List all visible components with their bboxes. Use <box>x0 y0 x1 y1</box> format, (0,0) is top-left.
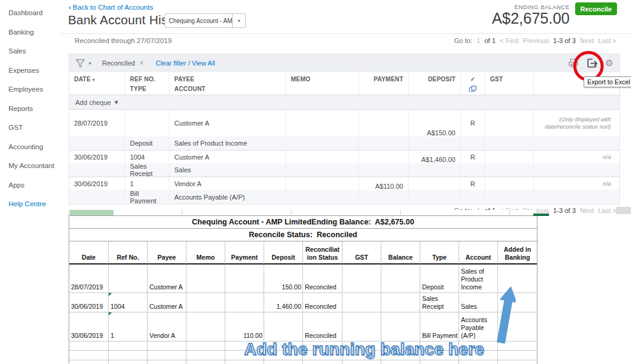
sheet-cell[interactable] <box>109 342 148 351</box>
sheet-cell[interactable] <box>343 360 381 364</box>
table-row-detail[interactable]: Deposit Sales of Product Income <box>69 136 619 150</box>
sheet-cell[interactable] <box>343 265 381 293</box>
sheet-cell[interactable] <box>264 312 303 342</box>
sidebar-item-gst[interactable]: GST <box>0 118 61 138</box>
back-link[interactable]: ‹Back to Chart of Accounts <box>69 4 153 11</box>
sheet-cell[interactable] <box>498 360 537 364</box>
sheet-header[interactable]: Added in Banking <box>498 241 537 265</box>
sheet-header[interactable]: Balance <box>381 241 420 265</box>
filter-caret-icon[interactable]: ▾ <box>89 61 91 66</box>
sheet-cell[interactable] <box>303 360 343 364</box>
sheet-cell[interactable] <box>186 265 225 293</box>
sheet-cell[interactable]: Customer A <box>148 265 186 293</box>
sheet-cell[interactable]: Vendor A <box>148 312 186 342</box>
sheet-header[interactable]: Account <box>459 241 498 265</box>
sheet-header[interactable]: Payment <box>225 241 264 265</box>
table-row[interactable]: 30/06/2019 1004 Customer A A$1,460.00 R … <box>69 150 619 163</box>
sheet-cell[interactable]: Customer A <box>148 293 186 312</box>
sheet-cell[interactable] <box>343 293 381 312</box>
gear-icon[interactable]: ⚙ <box>605 58 613 69</box>
sheet-cell[interactable] <box>381 312 420 342</box>
sheet-cell[interactable] <box>109 351 148 360</box>
sidebar-item-accounting[interactable]: Accounting <box>0 138 61 157</box>
sheet-cell[interactable]: Reconciled <box>303 312 343 342</box>
sheet-cell[interactable]: Bill Payment <box>420 312 459 342</box>
sheet-cell[interactable] <box>225 360 264 364</box>
sheet-cell[interactable] <box>343 312 381 342</box>
page-number[interactable]: 1 <box>477 37 480 44</box>
sidebar-item-apps[interactable]: Apps <box>0 176 61 195</box>
sheet-header[interactable]: GST <box>343 241 381 265</box>
sidebar-item-sales[interactable]: Sales <box>0 42 61 61</box>
account-selector[interactable]: Chequing Account - AMP Li ▾ <box>165 13 246 28</box>
sheet-cell[interactable] <box>459 360 498 364</box>
sheet-header[interactable]: Deposit <box>264 241 303 265</box>
sheet-cell[interactable] <box>381 293 420 312</box>
sheet-cell[interactable] <box>186 342 225 351</box>
sheet-header[interactable]: Type <box>420 241 459 265</box>
scrollbar-thumb[interactable] <box>616 207 631 214</box>
sheet-cell[interactable] <box>225 293 264 312</box>
sidebar-item-expenses[interactable]: Expenses <box>0 61 61 81</box>
sheet-cell[interactable]: Deposit <box>420 265 459 293</box>
sheet-cell[interactable] <box>381 360 420 364</box>
sheet-cell-number-as-text[interactable]: 1004 <box>109 293 148 312</box>
sheet-cell[interactable]: 30/06/2019 <box>69 293 109 312</box>
sheet-subtitle[interactable]: Reconcile Status: Reconciled <box>69 229 537 241</box>
sheet-header[interactable]: Memo <box>186 241 225 265</box>
last-page-button[interactable]: Last > <box>598 37 616 44</box>
clear-filter-link[interactable]: Clear filter / View All <box>155 59 215 67</box>
table-row[interactable]: 30/06/2019 1 Vendor A A$110.00 R n/a <box>69 177 619 190</box>
sheet-cell[interactable]: 110.00 <box>225 312 264 342</box>
sheet-cell[interactable] <box>109 360 148 364</box>
sidebar-item-dashboard[interactable]: Dashboard <box>0 4 61 23</box>
reconcile-button[interactable]: Reconcile <box>575 2 617 15</box>
sidebar-item-banking[interactable]: Banking <box>0 23 61 42</box>
sheet-cell-number-as-text[interactable]: 1 <box>109 312 148 342</box>
sheet-cell[interactable] <box>381 265 420 293</box>
sheet-cell[interactable] <box>148 342 186 351</box>
sheet-cell[interactable] <box>264 360 303 364</box>
table-row-detail[interactable]: Bill Payment Accounts Payable (A/P) <box>69 190 619 204</box>
filter-chip-reconciled[interactable]: Reconciled × <box>102 59 143 67</box>
sheet-cell[interactable] <box>186 351 225 360</box>
sheet-cell[interactable] <box>109 265 148 293</box>
sidebar-item-reports[interactable]: Reports <box>0 99 61 119</box>
sheet-cell[interactable] <box>186 360 225 364</box>
column-header-date[interactable]: DATE▾ <box>69 72 125 95</box>
table-row-detail[interactable]: Sales Receipt Sales <box>69 163 619 177</box>
remove-filter-icon[interactable]: × <box>139 59 143 67</box>
sheet-cell[interactable] <box>186 312 225 342</box>
sheet-title[interactable]: Chequing Account - AMP LimitedEnding Bal… <box>69 216 537 229</box>
sidebar-item-my-accountant[interactable]: My Accountant <box>0 157 61 176</box>
sheet-cell[interactable] <box>69 360 109 364</box>
sheet-cell[interactable] <box>148 360 186 364</box>
sheet-cell[interactable] <box>225 265 264 293</box>
sheet-cell[interactable] <box>69 351 109 360</box>
first-page-button[interactable]: < First <box>500 37 519 44</box>
chevron-down-icon[interactable]: ▾ <box>232 14 245 27</box>
sheet-header[interactable]: Ref No. <box>109 241 148 265</box>
sheet-cell[interactable] <box>420 360 459 364</box>
sheet-cell[interactable]: Sales Receipt <box>420 293 459 312</box>
filter-funnel-icon[interactable] <box>75 59 86 68</box>
sheet-cell[interactable]: Reconciled <box>303 293 343 312</box>
sheet-cell[interactable] <box>498 351 537 360</box>
sheet-cell[interactable]: 150.00 <box>264 265 303 293</box>
batch-select-icon[interactable] <box>469 86 477 92</box>
next-page-button[interactable]: Next <box>580 37 594 44</box>
sheet-header[interactable]: Date <box>69 241 109 265</box>
sheet-cell[interactable]: 30/06/2019 <box>69 312 109 342</box>
sheet-header[interactable]: Reconciliat ion Status <box>303 241 343 265</box>
sheet-cell[interactable] <box>148 351 186 360</box>
sheet-cell[interactable]: 28/07/2019 <box>69 265 109 293</box>
sheet-cell[interactable] <box>69 342 109 351</box>
sidebar-item-employees[interactable]: Employees <box>0 80 61 99</box>
previous-page-button[interactable]: Previous <box>523 37 549 44</box>
sheet-header[interactable]: Payee <box>148 241 186 265</box>
add-cheque-button[interactable]: Add cheque ▾ <box>69 95 619 109</box>
last-page-button[interactable]: Last > <box>598 207 616 214</box>
next-page-button[interactable]: Next <box>580 207 594 214</box>
sheet-cell[interactable]: Reconciled <box>303 265 343 293</box>
sidebar-item-help-centre[interactable]: Help Centre <box>0 195 61 214</box>
